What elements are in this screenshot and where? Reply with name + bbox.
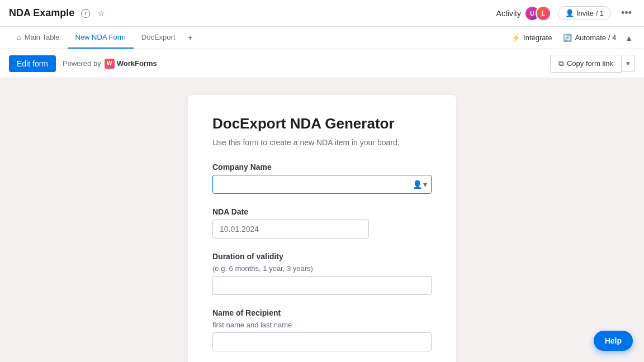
- automate-icon: 🔄: [563, 34, 572, 42]
- top-header: NDA Example i ☆ Activity U L 👤 Invite / …: [0, 0, 644, 27]
- duration-input[interactable]: [212, 276, 432, 295]
- header-right: Activity U L 👤 Invite / 1 •••: [496, 6, 635, 21]
- edit-form-button[interactable]: Edit form: [9, 55, 56, 72]
- tab-main-table-label: Main Table: [25, 33, 60, 41]
- form-title: DocExport NDA Generator: [212, 115, 432, 132]
- company-name-input[interactable]: [212, 175, 432, 194]
- avatar-2: L: [536, 6, 551, 21]
- copy-form-link-button[interactable]: ⧉ Copy form link: [550, 55, 621, 73]
- recipient-input[interactable]: [212, 332, 432, 351]
- nda-date-input[interactable]: [212, 220, 369, 239]
- recipient-sublabel: first name and last name: [212, 321, 432, 329]
- title-icons: i ☆: [79, 8, 107, 19]
- integrate-button[interactable]: ⚡ Integrate: [507, 31, 556, 44]
- help-label: Help: [605, 336, 622, 345]
- copy-link-label: Copy form link: [567, 59, 613, 68]
- company-name-label: Company Name: [212, 163, 432, 172]
- invite-button[interactable]: 👤 Invite / 1: [558, 6, 611, 20]
- add-tab-button[interactable]: +: [183, 27, 197, 49]
- duration-label: Duration of validity: [212, 252, 432, 261]
- star-icon: ☆: [98, 9, 105, 18]
- automate-label: Automate / 4: [575, 34, 616, 42]
- collapse-button[interactable]: ▲: [623, 31, 635, 45]
- recipient-label: Name of Recipient: [212, 308, 432, 317]
- help-button[interactable]: Help: [594, 331, 633, 351]
- invite-label: Invite / 1: [576, 9, 604, 17]
- company-name-input-wrapper: 👤 ▾: [212, 175, 432, 194]
- duration-sublabel: (e.g. 6 months, 1 year, 3 years): [212, 264, 432, 273]
- tab-main-table[interactable]: ⌂ Main Table: [9, 27, 68, 49]
- tab-docexport[interactable]: DocExport: [134, 27, 183, 49]
- field-duration: Duration of validity (e.g. 6 months, 1 y…: [212, 252, 432, 295]
- dropdown-icon: ▾: [626, 59, 630, 68]
- form-toolbar-left: Edit form Powered by W WorkForms: [9, 55, 157, 72]
- copy-link-icon: ⧉: [558, 59, 564, 68]
- avatar-group: U L: [524, 6, 551, 21]
- powered-by-label: Powered by: [63, 59, 101, 68]
- activity-button[interactable]: Activity U L: [496, 6, 551, 21]
- tabs-right: ⚡ Integrate 🔄 Automate / 4 ▲: [507, 27, 635, 49]
- field-nda-date: NDA Date: [212, 207, 432, 239]
- form-toolbar: Edit form Powered by W WorkForms ⧉ Copy …: [0, 49, 644, 78]
- main-content: DocExport NDA Generator Use this form to…: [0, 78, 644, 362]
- app-title: NDA Example: [9, 7, 74, 19]
- workforms-logo: W WorkForms: [105, 59, 157, 69]
- tab-new-nda-form-label: New NDA Form: [75, 33, 126, 41]
- more-button[interactable]: •••: [618, 6, 635, 20]
- add-tab-icon: +: [188, 33, 193, 43]
- workforms-icon: W: [105, 59, 115, 69]
- copy-link-dropdown-button[interactable]: ▾: [621, 55, 635, 72]
- info-icon-btn[interactable]: i: [79, 8, 92, 19]
- nda-date-label: NDA Date: [212, 207, 432, 216]
- form-toolbar-right: ⧉ Copy form link ▾: [550, 55, 635, 73]
- header-left: NDA Example i ☆: [9, 7, 107, 19]
- activity-label: Activity: [496, 9, 521, 18]
- person-icon: 👤: [565, 9, 574, 17]
- powered-by: Powered by W WorkForms: [63, 59, 157, 69]
- info-icon: i: [81, 9, 90, 18]
- form-description: Use this form to create a new NDA item i…: [212, 138, 432, 147]
- tab-new-nda-form[interactable]: New NDA Form: [68, 27, 134, 49]
- collapse-icon: ▲: [625, 34, 633, 42]
- workforms-label: WorkForms: [117, 59, 157, 68]
- more-icon: •••: [621, 7, 632, 18]
- star-icon-btn[interactable]: ☆: [96, 8, 107, 19]
- tab-docexport-label: DocExport: [141, 33, 176, 41]
- company-name-suffix[interactable]: 👤 ▾: [413, 180, 427, 189]
- field-recipient: Name of Recipient first name and last na…: [212, 308, 432, 351]
- automate-button[interactable]: 🔄 Automate / 4: [558, 31, 621, 44]
- home-icon: ⌂: [17, 33, 21, 41]
- field-company-name: Company Name 👤 ▾: [212, 163, 432, 194]
- edit-form-label: Edit form: [17, 59, 48, 68]
- form-card: DocExport NDA Generator Use this form to…: [188, 95, 456, 362]
- person-field-icon: 👤: [413, 180, 422, 189]
- chevron-down-icon: ▾: [423, 180, 427, 189]
- integrate-icon: ⚡: [512, 34, 520, 42]
- tab-bar: ⌂ Main Table New NDA Form DocExport + ⚡ …: [0, 27, 644, 49]
- integrate-label: Integrate: [523, 34, 552, 42]
- tabs-left: ⌂ Main Table New NDA Form DocExport +: [9, 27, 197, 49]
